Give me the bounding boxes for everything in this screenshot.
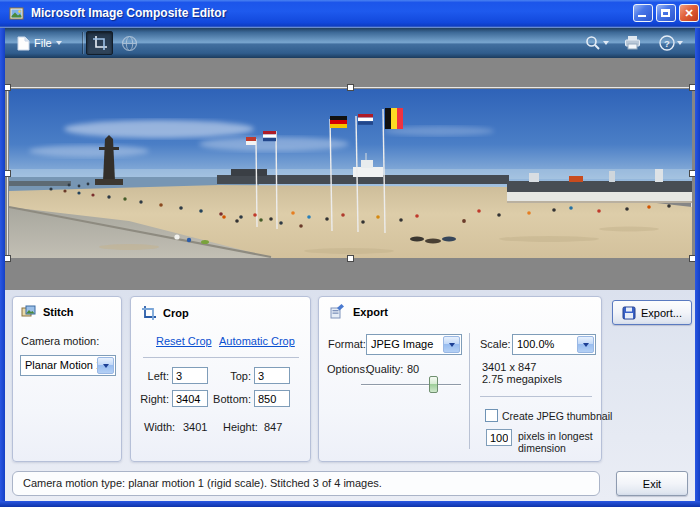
thumbnail-unit-line2: dimension xyxy=(518,442,566,454)
camera-motion-value: Planar Motion 1 xyxy=(25,359,102,371)
format-select[interactable]: JPEG Image xyxy=(366,334,462,355)
status-message: Camera motion type: planar motion 1 (rig… xyxy=(23,477,382,489)
titlebar: Microsoft Image Composite Editor ✕ xyxy=(0,0,700,28)
close-button[interactable]: ✕ xyxy=(679,4,699,22)
window-border-bottom xyxy=(0,501,700,507)
camera-motion-select[interactable]: Planar Motion 1 xyxy=(20,355,116,376)
export-icon xyxy=(329,303,345,319)
window-border-left xyxy=(0,28,5,501)
create-thumbnail-checkbox[interactable] xyxy=(485,409,498,422)
export-divider xyxy=(469,333,470,449)
quality-slider-thumb[interactable] xyxy=(429,376,438,393)
maximize-button[interactable] xyxy=(656,4,676,22)
create-thumbnail-label: Create JPEG thumbnail xyxy=(502,410,612,422)
output-size-value: 3401 x 847 xyxy=(482,361,536,373)
scale-select[interactable]: 100.0% xyxy=(512,334,596,355)
crop-right-input[interactable] xyxy=(172,390,208,407)
export-button[interactable]: Export... xyxy=(612,300,692,325)
selection-handle-n[interactable] xyxy=(347,84,354,91)
selection-handle-sw[interactable] xyxy=(4,255,11,262)
thumbnail-unit-line1: pixels in longest xyxy=(518,430,593,442)
export-panel: Export Format: JPEG Image Options: Quali… xyxy=(318,296,602,462)
panorama-image xyxy=(9,89,692,258)
toolbar: File xyxy=(5,28,695,58)
crop-panel: Crop Reset Crop Automatic Crop Left: Top… xyxy=(130,296,311,462)
quality-value: 80 xyxy=(407,363,419,375)
camera-motion-label: Camera motion: xyxy=(21,335,99,347)
format-label: Format: xyxy=(328,338,366,350)
scale-label: Scale: xyxy=(480,338,511,350)
options-label: Options: xyxy=(327,363,368,375)
svg-text:?: ? xyxy=(664,38,670,49)
stitch-panel-title: Stitch xyxy=(43,306,74,318)
print-button[interactable] xyxy=(619,31,645,55)
format-value: JPEG Image xyxy=(371,338,433,350)
quality-label: Quality: xyxy=(366,363,403,375)
crop-left-label: Left: xyxy=(139,370,169,382)
crop-left-input[interactable] xyxy=(172,367,208,384)
file-page-icon xyxy=(17,36,30,51)
globe-icon xyxy=(121,35,138,52)
minimize-icon xyxy=(638,15,646,17)
chevron-down-icon xyxy=(97,357,114,374)
window-border-right xyxy=(695,28,700,501)
crop-width-value: 3401 xyxy=(183,421,207,433)
help-icon: ? xyxy=(659,35,675,51)
magnifier-icon xyxy=(585,35,601,51)
crop-top-input[interactable] xyxy=(254,367,290,384)
thumbnail-size-input[interactable] xyxy=(486,429,512,446)
chevron-down-icon xyxy=(577,336,594,353)
exit-button-label: Exit xyxy=(643,478,661,490)
crop-bottom-input[interactable] xyxy=(254,390,290,407)
crop-right-label: Right: xyxy=(137,393,169,405)
reset-crop-link[interactable]: Reset Crop xyxy=(156,335,212,347)
window-title: Microsoft Image Composite Editor xyxy=(31,6,226,20)
zoom-tool-button[interactable] xyxy=(580,31,614,55)
image-canvas xyxy=(5,58,695,290)
crop-width-label: Width: xyxy=(144,421,175,433)
crop-icon xyxy=(92,35,108,51)
minimize-button[interactable] xyxy=(633,4,653,22)
printer-icon xyxy=(624,35,641,51)
app-window: Microsoft Image Composite Editor ✕ File xyxy=(0,0,700,507)
toolbar-separator xyxy=(82,32,83,54)
chevron-down-icon xyxy=(443,336,460,353)
file-menu-label: File xyxy=(34,37,52,49)
automatic-crop-link[interactable]: Automatic Crop xyxy=(219,335,295,347)
megapixels-value: 2.75 megapixels xyxy=(482,373,562,385)
app-icon xyxy=(9,6,25,22)
crop-height-label: Height: xyxy=(223,421,258,433)
export-button-label: Export... xyxy=(641,307,682,319)
crop-top-label: Top: xyxy=(219,370,251,382)
chevron-down-icon xyxy=(56,41,62,45)
crop-icon xyxy=(141,305,157,321)
help-button[interactable]: ? xyxy=(653,31,689,55)
sphere-projection-button[interactable] xyxy=(116,31,143,55)
status-message-box: Camera motion type: planar motion 1 (rig… xyxy=(12,471,600,496)
crop-selection-region[interactable] xyxy=(7,87,692,258)
close-icon: ✕ xyxy=(684,7,693,19)
crop-tool-button[interactable] xyxy=(86,31,113,55)
control-panels-area: Stitch Camera motion: Planar Motion 1 Cr… xyxy=(5,290,695,501)
scale-value: 100.0% xyxy=(517,338,554,350)
selection-handle-w[interactable] xyxy=(4,170,11,177)
quality-slider-track[interactable] xyxy=(361,384,461,386)
selection-handle-nw[interactable] xyxy=(4,84,11,91)
crop-height-value: 847 xyxy=(264,421,282,433)
exit-button[interactable]: Exit xyxy=(616,471,688,496)
export-panel-title: Export xyxy=(353,306,388,318)
chevron-down-icon xyxy=(677,41,683,45)
selection-handle-s[interactable] xyxy=(347,255,354,262)
file-menu-button[interactable]: File xyxy=(13,32,77,54)
maximize-icon xyxy=(661,9,670,17)
stitch-icon xyxy=(21,304,37,320)
stitch-panel: Stitch Camera motion: Planar Motion 1 xyxy=(12,296,122,462)
chevron-down-icon xyxy=(603,41,609,45)
crop-divider xyxy=(143,357,299,358)
scale-divider xyxy=(480,396,592,397)
crop-panel-title: Crop xyxy=(163,307,189,319)
crop-bottom-label: Bottom: xyxy=(207,393,251,405)
save-floppy-icon xyxy=(622,306,636,320)
